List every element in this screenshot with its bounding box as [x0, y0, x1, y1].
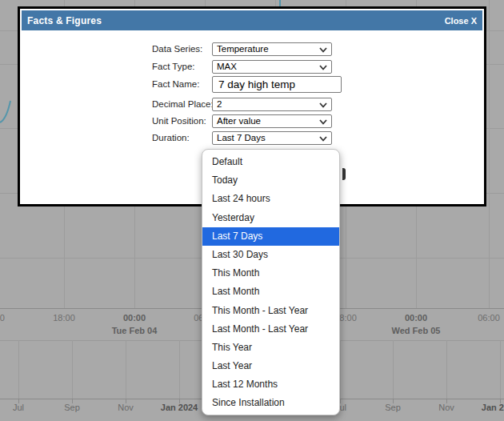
dropdown-option[interactable]: Last 12 Months: [202, 375, 339, 394]
data-series-select[interactable]: Temperature: [212, 42, 332, 56]
navigator-gridline: [72, 340, 73, 399]
navigator-gridline: [340, 340, 341, 399]
navigator-gridline: [446, 340, 447, 399]
xaxis-time-label: 06:00: [478, 313, 500, 323]
dropdown-option[interactable]: This Year: [202, 339, 339, 357]
navigator-month-label: Sep: [64, 403, 80, 412]
navigator-month-label: Nov: [438, 403, 454, 412]
dropdown-option[interactable]: This Month - Last Year: [202, 302, 339, 320]
navigator-gridline: [18, 340, 19, 399]
navigator-gridline: [126, 340, 126, 399]
navigator-gridline: [179, 340, 180, 399]
xaxis-time-label: 00:00: [405, 313, 427, 323]
unit-position-select[interactable]: After value: [212, 114, 332, 128]
xaxis-time-label: 00:00: [123, 313, 146, 323]
decimal-place-select[interactable]: 2: [212, 98, 332, 111]
chevron-down-icon: [319, 136, 327, 142]
duration-dropdown-popup: DefaultTodayLast 24 hoursYesterdayLast 7…: [202, 149, 340, 415]
navigator-gridline: [393, 340, 394, 399]
dropdown-option[interactable]: Last 24 hours: [202, 190, 339, 208]
dropdown-option[interactable]: Last 30 Days: [202, 246, 339, 264]
chevron-down-icon: [319, 119, 327, 125]
gridline: [489, 0, 490, 308]
dropdown-option[interactable]: Default: [202, 153, 339, 171]
chevron-down-icon: [319, 47, 327, 53]
navigator-month-label: Jul: [13, 403, 24, 412]
dropdown-option[interactable]: Last Month - Last Year: [202, 320, 339, 339]
navigator-month-label: Sep: [385, 403, 401, 412]
xaxis-day-label: Wed Feb 05: [392, 326, 441, 335]
facts-figures-screen: 12:0018:0000:00Tue Feb 0406:0018:0000:00…: [0, 0, 504, 421]
modal-titlebar: Facts & Figures Close X: [22, 10, 482, 30]
partially-hidden-button[interactable]: [342, 168, 346, 180]
xaxis-time-label: 12:00: [0, 313, 5, 323]
modal-title: Facts & Figures: [27, 15, 102, 26]
fact-type-select[interactable]: MAX: [212, 60, 332, 74]
decimal-place-value: 2: [217, 98, 222, 110]
close-button[interactable]: Close X: [445, 16, 477, 26]
fact-name-input[interactable]: [212, 76, 342, 93]
fact-type-value: MAX: [217, 61, 237, 73]
fact-type-label: Fact Type:: [152, 60, 194, 74]
unit-position-value: After value: [217, 115, 261, 127]
navigator-gridline: [500, 340, 501, 399]
navigator-month-label: Jan 2025: [482, 403, 504, 412]
dropdown-option[interactable]: Yesterday: [202, 209, 339, 227]
data-series-label: Data Series:: [152, 42, 202, 56]
xaxis-day-label: Tue Feb 04: [112, 326, 158, 335]
chevron-down-icon: [319, 65, 327, 70]
data-series-value: Temperature: [217, 43, 269, 55]
duration-select[interactable]: Last 7 Days: [212, 131, 332, 145]
navigator-month-label: Jan 2024: [161, 403, 198, 412]
chevron-down-icon: [319, 102, 327, 108]
dropdown-option[interactable]: Last Year: [202, 357, 339, 375]
duration-value: Last 7 Days: [217, 132, 266, 144]
dropdown-option[interactable]: Since Installation: [202, 394, 339, 412]
decimal-place-label: Decimal Place:: [152, 98, 214, 111]
dropdown-option[interactable]: This Month: [202, 264, 339, 283]
dropdown-option[interactable]: Last 7 Days: [202, 227, 339, 246]
temperature-series-line: [0, 96, 18, 128]
dropdown-option[interactable]: Today: [202, 171, 339, 190]
unit-position-label: Unit Position:: [152, 114, 206, 128]
navigator-month-label: Nov: [118, 403, 134, 412]
fact-name-label: Fact Name:: [152, 76, 199, 93]
duration-label: Duration:: [152, 131, 190, 145]
dropdown-option[interactable]: Last Month: [202, 283, 339, 301]
xaxis-time-label: 18:00: [53, 313, 75, 323]
